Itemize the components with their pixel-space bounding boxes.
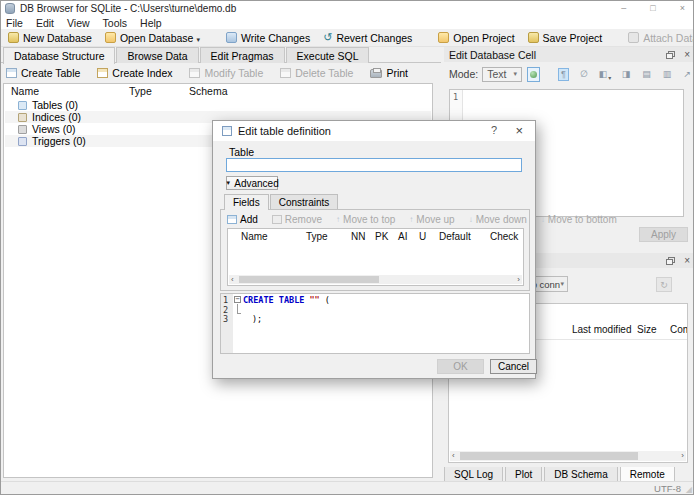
tab-database-structure[interactable]: Database Structure: [3, 47, 115, 64]
add-icon: [227, 215, 237, 224]
auto-switch-mode-button[interactable]: [527, 67, 540, 82]
close-panel-icon[interactable]: ×: [684, 49, 690, 60]
column-header-nn[interactable]: NN: [351, 231, 365, 242]
move-down-button[interactable]: ↓ Move down: [469, 214, 527, 225]
table-name-input[interactable]: [226, 158, 522, 172]
resize-grip-icon[interactable]: ◢: [686, 485, 692, 494]
revert-changes-button[interactable]: ↺ Revert Changes: [323, 32, 412, 44]
fields-grid-hscrollbar[interactable]: ‹ ›: [229, 275, 522, 284]
tab-remote[interactable]: Remote: [620, 467, 675, 482]
add-field-button[interactable]: Add: [227, 214, 258, 225]
tables-icon: [18, 101, 27, 110]
fields-grid: Name Type NN PK AI U Default Check ‹ ›: [227, 228, 524, 286]
remote-hscrollbar[interactable]: ‹ ›: [450, 451, 686, 461]
dialog-close-button[interactable]: ×: [515, 123, 523, 138]
float-panel-icon[interactable]: [666, 257, 675, 265]
move-to-top-icon: ↑: [336, 215, 340, 224]
mode-select[interactable]: Text ▾: [482, 67, 522, 82]
window-controls: – □ ×: [621, 1, 685, 15]
menu-edit[interactable]: Edit: [36, 17, 54, 29]
delete-table-button[interactable]: Delete Table: [280, 67, 353, 79]
set-null-button[interactable]: ∅: [578, 68, 589, 81]
button-label: Create Table: [21, 67, 80, 79]
button-label: Create Index: [112, 67, 172, 79]
move-to-top-button[interactable]: ↑ Move to top: [336, 214, 395, 225]
advanced-button[interactable]: ▼ Advanced: [226, 176, 278, 190]
close-panel-icon[interactable]: ×: [684, 255, 690, 266]
save-project-button[interactable]: Save Project: [528, 32, 603, 44]
move-to-bottom-button[interactable]: ↓ Move to bottom: [541, 214, 617, 225]
tab-execute-sql[interactable]: Execute SQL: [286, 47, 370, 63]
delete-table-icon: [280, 68, 291, 78]
tab-plot[interactable]: Plot: [505, 467, 542, 482]
column-header-name[interactable]: Name: [241, 231, 268, 242]
column-header-size[interactable]: Size: [637, 324, 656, 335]
dialog-title-bar[interactable]: Edit table definition ? ×: [213, 121, 535, 141]
import-button[interactable]: ◧▾: [599, 68, 612, 81]
create-table-button[interactable]: Create Table: [6, 67, 80, 79]
ok-button[interactable]: OK: [437, 359, 484, 374]
column-header-name[interactable]: Name: [11, 85, 39, 97]
column-header-last-modified[interactable]: Last modified: [572, 324, 631, 335]
tab-constraints[interactable]: Constraints: [270, 194, 339, 209]
open-database-menu-arrow[interactable]: ▾: [196, 36, 200, 44]
column-header-ai[interactable]: AI: [398, 231, 407, 242]
create-index-button[interactable]: Create Index: [97, 67, 172, 79]
menu-view[interactable]: View: [67, 17, 90, 29]
scroll-right-arrow[interactable]: ›: [681, 451, 684, 461]
float-panel-icon[interactable]: [666, 51, 675, 59]
open-project-button[interactable]: Open Project: [438, 32, 514, 44]
column-header-commit[interactable]: Commit: [670, 324, 688, 335]
tree-item-tables[interactable]: Tables (0): [5, 99, 431, 111]
write-changes-icon: [226, 32, 237, 43]
move-up-button[interactable]: ↑ Move up: [409, 214, 454, 225]
attach-database-button[interactable]: Attach Database: [628, 32, 694, 44]
export-button[interactable]: ◨: [620, 68, 631, 81]
tab-sql-log[interactable]: SQL Log: [444, 467, 503, 482]
menu-tools[interactable]: Tools: [103, 17, 128, 29]
sql-code[interactable]: CREATE TABLE""( );: [243, 294, 529, 353]
write-changes-button[interactable]: Write Changes: [226, 32, 310, 44]
tree-item-label: Triggers (0): [32, 135, 86, 147]
connect-remote-button[interactable]: ↻: [656, 277, 672, 292]
modify-table-button[interactable]: Modify Table: [189, 67, 263, 79]
table-icon: [222, 126, 232, 136]
remove-field-button[interactable]: Remove: [272, 214, 322, 225]
column-header-check[interactable]: Check: [490, 231, 518, 242]
help-button[interactable]: ?: [491, 124, 497, 136]
tab-edit-pragmas[interactable]: Edit Pragmas: [200, 47, 285, 63]
print-button[interactable]: Print: [370, 67, 408, 79]
tab-browse-data[interactable]: Browse Data: [116, 47, 198, 63]
new-database-button[interactable]: New Database: [8, 32, 92, 44]
column-header-type[interactable]: Type: [306, 231, 328, 242]
print-cell-button[interactable]: ▥: [661, 68, 672, 81]
minimize-button[interactable]: –: [621, 1, 626, 15]
column-header-pk[interactable]: PK: [375, 231, 388, 242]
tab-db-schema[interactable]: DB Schema: [544, 467, 617, 482]
menu-file[interactable]: File: [6, 17, 23, 29]
close-button[interactable]: ×: [680, 1, 685, 15]
open-external-button[interactable]: ↗: [682, 68, 693, 81]
scroll-right-arrow[interactable]: ›: [517, 275, 520, 284]
column-header-schema[interactable]: Schema: [189, 85, 228, 97]
fields-tab-page: Add Remove ↑ Move to top ↑ Move up ↓ Mov…: [220, 209, 530, 291]
tab-fields[interactable]: Fields: [224, 194, 269, 210]
column-header-type[interactable]: Type: [129, 85, 152, 97]
menu-help[interactable]: Help: [140, 17, 162, 29]
scroll-left-arrow[interactable]: ‹: [452, 451, 455, 461]
create-table-icon: [6, 68, 17, 78]
open-database-button[interactable]: Open Database ▾: [105, 32, 200, 44]
scroll-left-arrow[interactable]: ‹: [231, 275, 234, 284]
cancel-button[interactable]: Cancel: [490, 359, 537, 374]
print-icon: ▥: [663, 69, 672, 79]
fold-marker-icon[interactable]: −: [234, 296, 241, 303]
word-wrap-button[interactable]: ¶: [558, 68, 570, 81]
scrollbar-thumb[interactable]: [460, 452, 638, 460]
scrollbar-thumb[interactable]: [239, 276, 379, 283]
apply-button[interactable]: Apply: [639, 227, 688, 242]
column-header-u[interactable]: U: [419, 231, 426, 242]
fold-margin: −: [233, 294, 243, 353]
maximize-button[interactable]: □: [650, 1, 655, 15]
column-header-default[interactable]: Default: [439, 231, 471, 242]
save-as-button[interactable]: ▤: [641, 68, 652, 81]
